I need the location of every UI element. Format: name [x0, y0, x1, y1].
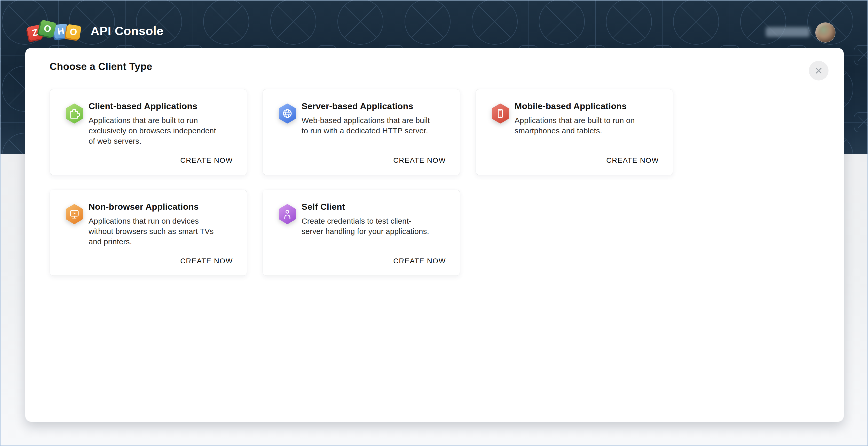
- client-type-card: Non-browser Applications Applications th…: [50, 190, 247, 276]
- client-type-modal: Choose a Client Type: [25, 48, 844, 422]
- create-now-button[interactable]: CREATE NOW: [393, 257, 446, 265]
- page-root: Z O H O API Console Choose a Client Type: [0, 0, 868, 446]
- card-description: Web-based applications that are built to…: [302, 115, 432, 136]
- card-description: Applications that run on devices without…: [89, 216, 219, 247]
- card-description: Applications that are built to run on sm…: [515, 115, 645, 136]
- create-now-button[interactable]: CREATE NOW: [393, 156, 446, 165]
- card-title: Self Client: [302, 202, 446, 212]
- product-name: API Console: [91, 24, 163, 38]
- person-icon: [278, 204, 297, 225]
- create-now-button[interactable]: CREATE NOW: [180, 156, 233, 165]
- card-title: Non-browser Applications: [89, 202, 233, 212]
- card-title: Server-based Applications: [302, 101, 446, 111]
- smart-tv-icon: [65, 204, 83, 225]
- zoho-logo[interactable]: Z O H O API Console: [27, 22, 163, 37]
- card-title: Client-based Applications: [89, 101, 233, 111]
- card-title: Mobile-based Applications: [515, 101, 659, 111]
- card-description: Create credentials to test client-server…: [302, 216, 432, 237]
- zoho-logo-letter: O: [66, 24, 82, 40]
- client-type-card: Mobile-based Applications Applications t…: [475, 89, 673, 175]
- client-type-grid: Client-based Applications Applications t…: [50, 89, 673, 276]
- client-type-card: Self Client Create credentials to test c…: [262, 190, 460, 276]
- create-now-button[interactable]: CREATE NOW: [180, 257, 233, 265]
- user-name-redacted[interactable]: [766, 27, 810, 37]
- zoho-logo-letter: O: [38, 20, 57, 38]
- client-type-card: Server-based Applications Web-based appl…: [262, 89, 460, 175]
- card-description: Applications that are built to run exclu…: [89, 115, 219, 146]
- client-type-card: Client-based Applications Applications t…: [50, 89, 247, 175]
- close-icon: [814, 67, 823, 75]
- globe-icon: [278, 103, 297, 124]
- create-now-button[interactable]: CREATE NOW: [606, 156, 659, 165]
- modal-title: Choose a Client Type: [50, 61, 152, 72]
- puzzle-icon: [65, 103, 83, 124]
- smartphone-icon: [491, 103, 509, 124]
- close-button[interactable]: [809, 61, 829, 80]
- user-avatar[interactable]: [815, 23, 835, 42]
